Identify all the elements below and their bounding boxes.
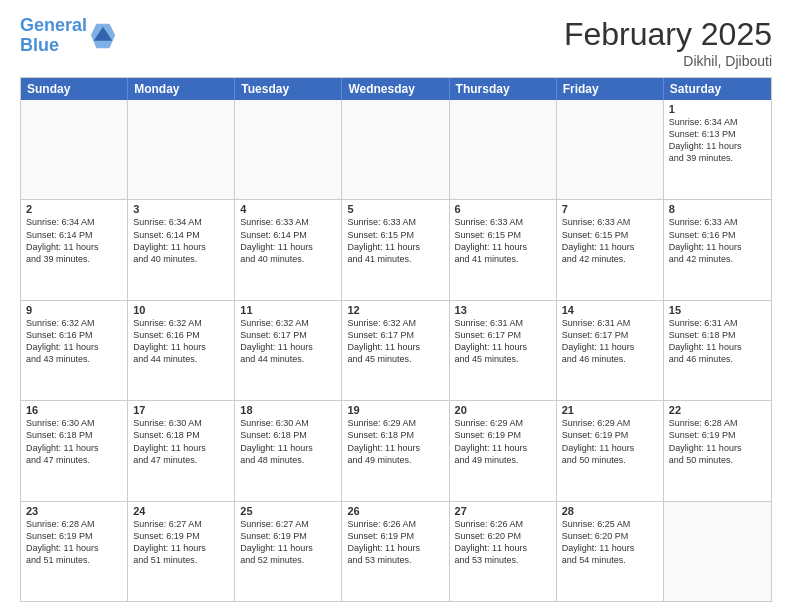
calendar-row-1: 2Sunrise: 6:34 AMSunset: 6:14 PMDaylight…: [21, 199, 771, 299]
cell-line: Daylight: 11 hours: [347, 542, 443, 554]
cell-line: Daylight: 11 hours: [347, 341, 443, 353]
day-number: 26: [347, 505, 443, 517]
day-number: 6: [455, 203, 551, 215]
cell-line: Sunset: 6:15 PM: [562, 229, 658, 241]
cell-line: Daylight: 11 hours: [455, 442, 551, 454]
cell-line: Sunset: 6:14 PM: [133, 229, 229, 241]
cell-line: Sunset: 6:19 PM: [669, 429, 766, 441]
cell-line: Daylight: 11 hours: [455, 542, 551, 554]
day-number: 11: [240, 304, 336, 316]
cell-line: Sunset: 6:16 PM: [133, 329, 229, 341]
cell-line: Sunset: 6:15 PM: [347, 229, 443, 241]
cell-line: Sunrise: 6:28 AM: [669, 417, 766, 429]
day-cell-20: 20Sunrise: 6:29 AMSunset: 6:19 PMDayligh…: [450, 401, 557, 500]
cell-line: and 42 minutes.: [562, 253, 658, 265]
cell-line: Daylight: 11 hours: [133, 442, 229, 454]
header: General Blue February 2025 Dikhil, Djibo…: [20, 16, 772, 69]
cell-line: Sunset: 6:14 PM: [240, 229, 336, 241]
weekday-header-friday: Friday: [557, 78, 664, 100]
calendar: SundayMondayTuesdayWednesdayThursdayFrid…: [20, 77, 772, 602]
cell-line: Sunset: 6:18 PM: [347, 429, 443, 441]
cell-line: Daylight: 11 hours: [455, 241, 551, 253]
day-cell-27: 27Sunrise: 6:26 AMSunset: 6:20 PMDayligh…: [450, 502, 557, 601]
title-block: February 2025 Dikhil, Djibouti: [564, 16, 772, 69]
cell-line: Sunrise: 6:26 AM: [455, 518, 551, 530]
cell-line: Sunrise: 6:33 AM: [562, 216, 658, 228]
day-number: 17: [133, 404, 229, 416]
cell-line: Sunrise: 6:31 AM: [669, 317, 766, 329]
cell-line: and 53 minutes.: [347, 554, 443, 566]
day-cell-9: 9Sunrise: 6:32 AMSunset: 6:16 PMDaylight…: [21, 301, 128, 400]
cell-line: Sunrise: 6:28 AM: [26, 518, 122, 530]
cell-line: Sunrise: 6:29 AM: [347, 417, 443, 429]
cell-line: Sunset: 6:18 PM: [669, 329, 766, 341]
logo-text: General Blue: [20, 16, 87, 56]
empty-cell: [342, 100, 449, 199]
cell-line: and 49 minutes.: [455, 454, 551, 466]
day-number: 9: [26, 304, 122, 316]
day-number: 21: [562, 404, 658, 416]
cell-line: Daylight: 11 hours: [562, 241, 658, 253]
cell-line: Daylight: 11 hours: [240, 442, 336, 454]
day-number: 13: [455, 304, 551, 316]
cell-line: and 51 minutes.: [133, 554, 229, 566]
day-number: 18: [240, 404, 336, 416]
cell-line: Daylight: 11 hours: [562, 442, 658, 454]
cell-line: and 40 minutes.: [133, 253, 229, 265]
location: Dikhil, Djibouti: [564, 53, 772, 69]
day-cell-11: 11Sunrise: 6:32 AMSunset: 6:17 PMDayligh…: [235, 301, 342, 400]
day-cell-19: 19Sunrise: 6:29 AMSunset: 6:18 PMDayligh…: [342, 401, 449, 500]
cell-line: Sunset: 6:17 PM: [562, 329, 658, 341]
cell-line: Sunrise: 6:34 AM: [669, 116, 766, 128]
cell-line: and 40 minutes.: [240, 253, 336, 265]
day-cell-5: 5Sunrise: 6:33 AMSunset: 6:15 PMDaylight…: [342, 200, 449, 299]
cell-line: Sunset: 6:18 PM: [26, 429, 122, 441]
day-cell-13: 13Sunrise: 6:31 AMSunset: 6:17 PMDayligh…: [450, 301, 557, 400]
cell-line: and 50 minutes.: [669, 454, 766, 466]
cell-line: Daylight: 11 hours: [26, 341, 122, 353]
calendar-row-2: 9Sunrise: 6:32 AMSunset: 6:16 PMDaylight…: [21, 300, 771, 400]
day-cell-18: 18Sunrise: 6:30 AMSunset: 6:18 PMDayligh…: [235, 401, 342, 500]
empty-cell: [664, 502, 771, 601]
cell-line: and 52 minutes.: [240, 554, 336, 566]
day-number: 7: [562, 203, 658, 215]
day-cell-24: 24Sunrise: 6:27 AMSunset: 6:19 PMDayligh…: [128, 502, 235, 601]
cell-line: Sunrise: 6:34 AM: [133, 216, 229, 228]
cell-line: Daylight: 11 hours: [347, 442, 443, 454]
cell-line: and 46 minutes.: [669, 353, 766, 365]
cell-line: Sunrise: 6:25 AM: [562, 518, 658, 530]
cell-line: Sunrise: 6:27 AM: [133, 518, 229, 530]
cell-line: and 45 minutes.: [455, 353, 551, 365]
cell-line: Sunrise: 6:30 AM: [133, 417, 229, 429]
cell-line: and 45 minutes.: [347, 353, 443, 365]
cell-line: Daylight: 11 hours: [562, 542, 658, 554]
day-number: 25: [240, 505, 336, 517]
cell-line: Sunrise: 6:33 AM: [669, 216, 766, 228]
page: General Blue February 2025 Dikhil, Djibo…: [0, 0, 792, 612]
cell-line: Sunset: 6:19 PM: [455, 429, 551, 441]
cell-line: Daylight: 11 hours: [133, 341, 229, 353]
day-number: 12: [347, 304, 443, 316]
empty-cell: [235, 100, 342, 199]
cell-line: Daylight: 11 hours: [669, 241, 766, 253]
cell-line: Daylight: 11 hours: [240, 542, 336, 554]
cell-line: Sunset: 6:15 PM: [455, 229, 551, 241]
cell-line: Sunset: 6:19 PM: [240, 530, 336, 542]
cell-line: and 39 minutes.: [669, 152, 766, 164]
cell-line: Sunrise: 6:30 AM: [240, 417, 336, 429]
day-cell-1: 1Sunrise: 6:34 AMSunset: 6:13 PMDaylight…: [664, 100, 771, 199]
cell-line: Sunset: 6:18 PM: [240, 429, 336, 441]
day-number: 27: [455, 505, 551, 517]
cell-line: Sunset: 6:20 PM: [562, 530, 658, 542]
cell-line: Sunset: 6:16 PM: [669, 229, 766, 241]
day-cell-7: 7Sunrise: 6:33 AMSunset: 6:15 PMDaylight…: [557, 200, 664, 299]
cell-line: Sunrise: 6:33 AM: [240, 216, 336, 228]
weekday-header-wednesday: Wednesday: [342, 78, 449, 100]
cell-line: Daylight: 11 hours: [669, 140, 766, 152]
cell-line: Daylight: 11 hours: [240, 341, 336, 353]
day-cell-14: 14Sunrise: 6:31 AMSunset: 6:17 PMDayligh…: [557, 301, 664, 400]
day-cell-6: 6Sunrise: 6:33 AMSunset: 6:15 PMDaylight…: [450, 200, 557, 299]
day-number: 15: [669, 304, 766, 316]
cell-line: and 47 minutes.: [26, 454, 122, 466]
cell-line: Sunset: 6:19 PM: [26, 530, 122, 542]
